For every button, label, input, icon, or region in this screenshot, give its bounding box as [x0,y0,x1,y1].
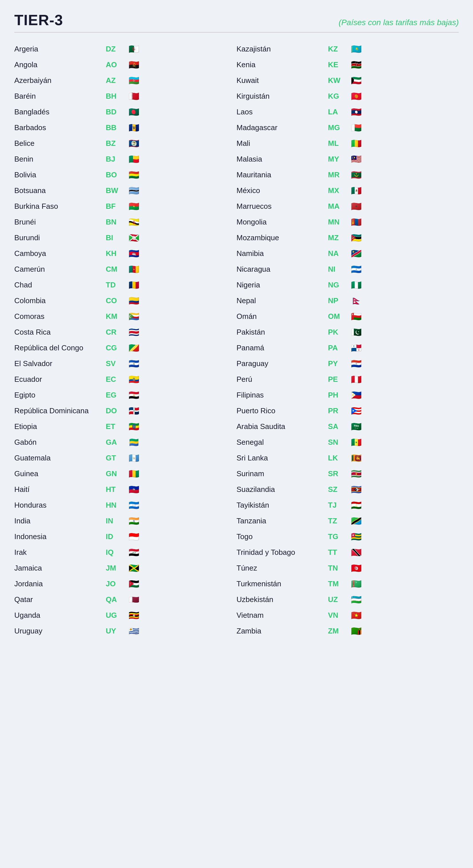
country-code: UZ [328,595,351,604]
country-flag: 🇧🇮 [129,233,143,243]
list-item: Costa Rica CR 🇨🇷 [14,324,237,340]
list-item: Chad TD 🇹🇩 [14,277,237,293]
country-code: IQ [106,548,129,557]
country-name: República del Congo [14,343,106,352]
list-item: Túnez TN 🇹🇳 [237,560,459,576]
country-flag: 🇩🇿 [129,44,143,54]
country-code: EC [106,375,129,384]
country-name: Egipto [14,391,106,400]
country-name: Comoras [14,312,106,321]
country-flag: 🇪🇨 [129,374,143,384]
country-code: UY [106,627,129,636]
country-flag: 🇰🇬 [351,91,365,101]
country-flag: 🇦🇿 [129,75,143,86]
country-name: Brunéi [14,218,106,226]
country-code: BZ [106,139,129,148]
list-item: Gabón GA 🇬🇦 [14,434,237,450]
country-flag: 🇲🇬 [351,123,365,133]
country-name: Filipinas [237,391,328,400]
country-name: Sri Lanka [237,454,328,462]
country-code: KH [106,249,129,258]
country-flag: 🇵🇰 [351,327,365,337]
tier-title: TIER-3 [14,11,63,29]
country-code: HN [106,501,129,509]
country-flag: 🇹🇩 [129,280,143,290]
country-name: Malasia [237,155,328,163]
page-header: TIER-3 (Países con las tarifas más bajas… [14,11,459,29]
list-item: Colombia CO 🇨🇴 [14,293,237,309]
country-code: PK [328,328,351,337]
country-flag: 🇦🇴 [129,60,143,70]
country-flag: 🇰🇭 [129,249,143,258]
country-code: BB [106,123,129,132]
country-flag: 🇬🇳 [129,469,143,479]
country-name: Kirguistán [237,92,328,101]
country-name: Haití [14,485,106,494]
country-name: Pakistán [237,328,328,337]
list-item: Kenia KE 🇰🇪 [237,57,459,73]
country-code: DZ [106,44,129,54]
country-name: Jordania [14,580,106,588]
country-name: Trinidad y Tobago [237,548,328,557]
country-name: Guinea [14,469,106,478]
country-flag: 🇰🇿 [351,44,365,54]
list-item: Guatemala GT 🇬🇹 [14,450,237,466]
country-name: Mozambique [237,234,328,242]
country-flag: 🇻🇳 [351,610,365,620]
country-name: Nicaragua [237,265,328,274]
list-item: Botsuana BW 🇧🇼 [14,183,237,198]
country-name: Arabia Saudita [237,422,328,431]
list-item: Tanzania TZ 🇹🇿 [237,513,459,529]
country-code: BO [106,170,129,179]
list-item: Honduras HN 🇭🇳 [14,497,237,513]
list-item: Qatar QA 🇶🇦 [14,592,237,608]
country-flag: 🇪🇬 [129,390,143,400]
country-name: Bolivia [14,170,106,179]
country-name: Zambia [237,627,328,636]
country-flag: 🇩🇴 [129,406,143,416]
country-flag: 🇵🇦 [351,343,365,353]
country-flag: 🇴🇲 [351,311,365,321]
list-item: Comoras KM 🇰🇲 [14,309,237,324]
country-code: VN [328,611,351,620]
list-item: Perú PE 🇵🇪 [237,372,459,387]
country-code: TT [328,548,351,557]
country-name: Madagascar [237,123,328,132]
country-code: SZ [328,485,351,494]
list-item: Haití HT 🇭🇹 [14,482,237,497]
country-flag: 🇭🇹 [129,485,143,495]
list-item: Suazilandia SZ 🇸🇿 [237,482,459,497]
country-flag: 🇧🇼 [129,186,143,196]
list-item: Burkina Faso BF 🇧🇫 [14,198,237,214]
country-flag: 🇯🇴 [129,579,143,589]
country-code: BD [106,107,129,116]
country-name: Laos [237,107,328,116]
country-name: Colombia [14,296,106,305]
country-code: IN [106,517,129,525]
country-code: JM [106,564,129,572]
country-name: México [237,186,328,195]
country-flag: 🇨🇲 [129,264,143,274]
country-name: Burundi [14,234,106,242]
country-name: Turkmenistán [237,580,328,588]
country-code: SR [328,469,351,478]
country-code: BJ [106,155,129,163]
country-code: UG [106,611,129,620]
country-name: Azerbaiyán [14,76,106,85]
country-name: Togo [237,532,328,541]
list-item: Ecuador EC 🇪🇨 [14,372,237,387]
country-code: PE [328,375,351,384]
country-flag: 🇹🇳 [351,563,365,573]
country-name: Puerto Rico [237,406,328,415]
country-name: Camerún [14,265,106,274]
country-code: BF [106,202,129,211]
country-name: Chad [14,281,106,289]
list-item: Paraguay PY 🇵🇾 [237,356,459,372]
country-flag: 🇰🇪 [351,60,365,70]
country-name: Namibia [237,249,328,258]
list-item: Angola AO 🇦🇴 [14,57,237,73]
country-name: Marruecos [237,202,328,211]
country-code: CG [106,343,129,352]
country-code: MZ [328,234,351,242]
list-item: Egipto EG 🇪🇬 [14,387,237,403]
